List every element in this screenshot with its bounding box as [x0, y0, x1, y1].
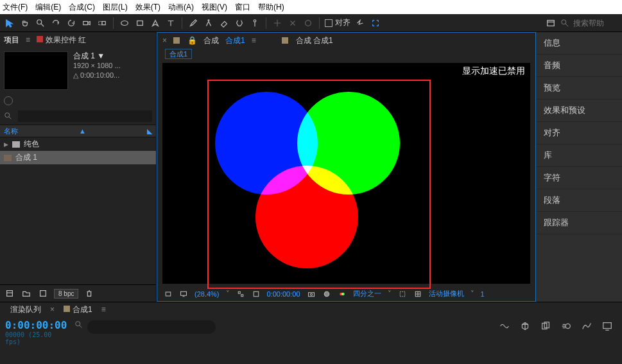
- column-name[interactable]: 名称: [4, 126, 18, 136]
- motion-blur-icon[interactable]: [560, 320, 572, 334]
- tab-project[interactable]: 项目: [4, 35, 19, 46]
- zoom-level[interactable]: (28.4%): [194, 290, 220, 298]
- panel-paragraph[interactable]: 段落: [536, 189, 622, 212]
- panel-preview[interactable]: 预览: [536, 77, 622, 100]
- help-search[interactable]: [560, 19, 618, 28]
- checkbox-icon: [325, 19, 333, 27]
- timeline-search-input[interactable]: [87, 320, 216, 334]
- render-icon[interactable]: [601, 320, 613, 334]
- folder-row[interactable]: ▶ 纯色: [0, 137, 156, 151]
- menu-comp[interactable]: 合成(C): [69, 2, 95, 12]
- view-count[interactable]: 1: [481, 290, 485, 298]
- transparency-grid-icon[interactable]: [252, 290, 261, 299]
- column-type-icon[interactable]: ◣: [147, 127, 152, 135]
- panel-menu-icon[interactable]: ≡: [101, 305, 106, 314]
- menu-anim[interactable]: 动画(A): [168, 2, 194, 12]
- local-axis-icon[interactable]: [272, 17, 283, 29]
- tab-close-icon[interactable]: ×: [162, 36, 167, 45]
- project-table-header[interactable]: 名称 ▲ ◣: [0, 125, 156, 137]
- rect-tool-icon[interactable]: [134, 17, 146, 29]
- roi-icon[interactable]: [398, 290, 407, 299]
- interpret-footage-icon[interactable]: [4, 288, 15, 299]
- hand-tool-icon[interactable]: [19, 17, 31, 29]
- lock-icon[interactable]: 🔒: [187, 36, 197, 45]
- menu-file[interactable]: 文件(F): [3, 2, 28, 12]
- snapshot-icon[interactable]: [307, 290, 316, 299]
- new-comp-icon[interactable]: [37, 288, 49, 299]
- camera-dropdown[interactable]: 活动摄像机: [429, 289, 464, 299]
- snap-bounds-icon[interactable]: [370, 17, 381, 29]
- preview-timecode[interactable]: 0:00:00:00: [267, 290, 300, 298]
- resolution-dropdown[interactable]: 四分之一: [353, 289, 381, 299]
- menu-edit[interactable]: 编辑(E): [35, 2, 61, 12]
- menu-window[interactable]: 窗口: [235, 2, 250, 12]
- tab-render-queue[interactable]: 渲染队列: [10, 304, 41, 315]
- puppet-tool-icon[interactable]: [249, 17, 261, 29]
- channel-icon[interactable]: [322, 290, 331, 299]
- graph-editor-icon[interactable]: [581, 320, 592, 334]
- tab-close-icon[interactable]: ×: [50, 305, 55, 314]
- panel-audio[interactable]: 音频: [536, 55, 622, 77]
- clone-tool-icon[interactable]: [203, 17, 214, 29]
- view-axis-icon[interactable]: [302, 17, 314, 29]
- rotate-tool-icon[interactable]: [65, 17, 77, 29]
- panel-align[interactable]: 对齐: [536, 122, 622, 144]
- brush-tool-icon[interactable]: [187, 17, 199, 29]
- ellipse-tool-icon[interactable]: [119, 17, 130, 29]
- camera-tool-icon[interactable]: [81, 17, 92, 29]
- breadcrumb-item[interactable]: 合成1: [165, 49, 192, 59]
- help-search-input[interactable]: [573, 19, 618, 28]
- menu-view[interactable]: 视图(V): [202, 2, 227, 12]
- shy-toggle-icon[interactable]: [499, 320, 510, 334]
- snap-options-icon[interactable]: [354, 17, 366, 29]
- current-timecode[interactable]: 0:00:00:00: [5, 319, 65, 331]
- tab-comp-secondary[interactable]: 合成 合成1: [296, 35, 333, 46]
- workspace-icon[interactable]: [545, 17, 557, 29]
- 3d-toggle-icon[interactable]: [519, 320, 531, 334]
- eraser-tool-icon[interactable]: [218, 17, 230, 29]
- world-axis-icon[interactable]: [287, 17, 298, 29]
- comp-row[interactable]: 合成 1: [0, 151, 156, 164]
- project-thumbnail[interactable]: [4, 51, 68, 90]
- panel-character[interactable]: 字符: [536, 167, 622, 189]
- snap-toggle[interactable]: 对齐: [325, 17, 350, 28]
- panel-menu-icon[interactable]: ≡: [252, 36, 256, 45]
- bit-depth-button[interactable]: 8 bpc: [54, 289, 78, 299]
- anchor-tool-icon[interactable]: [96, 17, 108, 29]
- zoom-tool-icon[interactable]: [35, 17, 46, 29]
- panel-library[interactable]: 库: [536, 144, 622, 167]
- tab-comp-prefix[interactable]: 合成: [203, 35, 219, 46]
- roto-tool-icon[interactable]: [234, 17, 245, 29]
- resolution-icon[interactable]: [236, 290, 245, 299]
- magnify-dropdown-icon[interactable]: [164, 290, 173, 299]
- display-icon[interactable]: [179, 290, 188, 299]
- timeline-timecode-area[interactable]: 0:00:00:00 00000 (25.00 fps): [0, 316, 71, 364]
- svg-rect-17: [308, 292, 314, 296]
- frame-blend-icon[interactable]: [540, 320, 551, 334]
- composition-preview[interactable]: 显示加速已禁用: [162, 63, 530, 284]
- panel-info[interactable]: 信息: [536, 32, 622, 55]
- menu-layer[interactable]: 图层(L): [103, 2, 128, 12]
- panel-menu-icon[interactable]: ≡: [26, 35, 30, 44]
- text-tool-icon[interactable]: [165, 17, 177, 29]
- menu-help[interactable]: 帮助(H): [258, 2, 284, 12]
- grid-icon[interactable]: [413, 290, 422, 299]
- svg-point-21: [341, 292, 345, 295]
- panel-tracker[interactable]: 跟踪器: [536, 212, 622, 234]
- tab-effect-controls[interactable]: 效果控件 红: [37, 35, 86, 46]
- comp-name[interactable]: 合成 1 ▼: [73, 51, 121, 61]
- red-circle-layer[interactable]: [255, 166, 358, 268]
- menu-effect[interactable]: 效果(T): [135, 2, 160, 12]
- selection-tool-icon[interactable]: [4, 17, 15, 29]
- tab-active-comp[interactable]: 合成1: [225, 35, 245, 46]
- project-search-input[interactable]: [18, 110, 152, 122]
- panel-effects[interactable]: 效果和预设: [536, 100, 622, 122]
- trash-icon[interactable]: [83, 288, 95, 299]
- pen-tool-icon[interactable]: [150, 17, 161, 29]
- orbit-tool-icon[interactable]: [50, 17, 62, 29]
- tab-timeline-comp[interactable]: 合成1: [64, 304, 92, 315]
- color-mgmt-icon[interactable]: [338, 290, 347, 299]
- filter-button[interactable]: [4, 96, 13, 105]
- disclosure-triangle-icon[interactable]: ▶: [4, 141, 8, 148]
- new-folder-icon[interactable]: [21, 288, 32, 299]
